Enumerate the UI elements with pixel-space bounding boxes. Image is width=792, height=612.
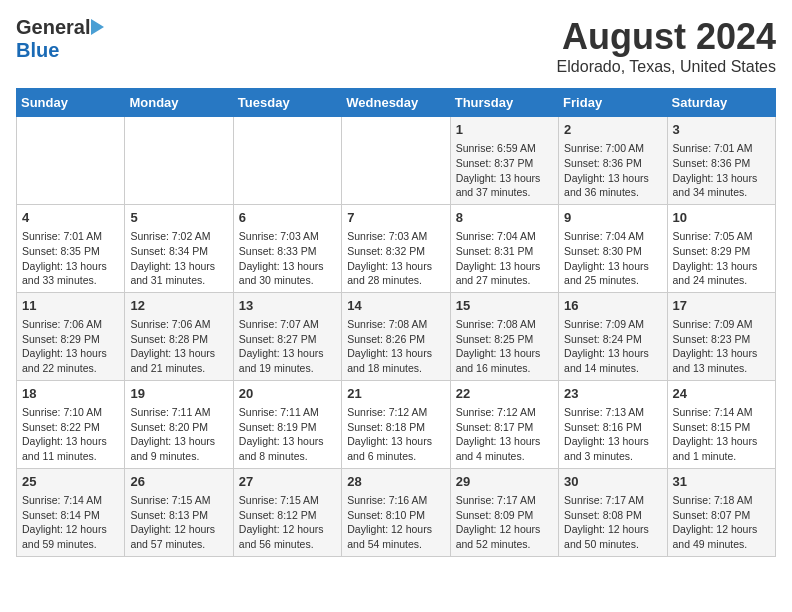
- cell-info: Sunrise: 7:04 AM Sunset: 8:30 PM Dayligh…: [564, 229, 661, 288]
- day-number: 1: [456, 121, 553, 139]
- calendar-table: SundayMondayTuesdayWednesdayThursdayFrid…: [16, 88, 776, 557]
- calendar-cell: 4Sunrise: 7:01 AM Sunset: 8:35 PM Daylig…: [17, 204, 125, 292]
- day-number: 27: [239, 473, 336, 491]
- day-number: 22: [456, 385, 553, 403]
- cell-info: Sunrise: 7:11 AM Sunset: 8:19 PM Dayligh…: [239, 405, 336, 464]
- cell-info: Sunrise: 7:17 AM Sunset: 8:08 PM Dayligh…: [564, 493, 661, 552]
- calendar-week-row: 25Sunrise: 7:14 AM Sunset: 8:14 PM Dayli…: [17, 468, 776, 556]
- cell-info: Sunrise: 7:11 AM Sunset: 8:20 PM Dayligh…: [130, 405, 227, 464]
- cell-info: Sunrise: 7:18 AM Sunset: 8:07 PM Dayligh…: [673, 493, 770, 552]
- day-number: 6: [239, 209, 336, 227]
- cell-info: Sunrise: 7:08 AM Sunset: 8:25 PM Dayligh…: [456, 317, 553, 376]
- calendar-cell: [125, 117, 233, 205]
- calendar-week-row: 1Sunrise: 6:59 AM Sunset: 8:37 PM Daylig…: [17, 117, 776, 205]
- calendar-cell: 19Sunrise: 7:11 AM Sunset: 8:20 PM Dayli…: [125, 380, 233, 468]
- cell-info: Sunrise: 6:59 AM Sunset: 8:37 PM Dayligh…: [456, 141, 553, 200]
- calendar-week-row: 4Sunrise: 7:01 AM Sunset: 8:35 PM Daylig…: [17, 204, 776, 292]
- page-header: General Blue August 2024 Eldorado, Texas…: [16, 16, 776, 76]
- cell-info: Sunrise: 7:04 AM Sunset: 8:31 PM Dayligh…: [456, 229, 553, 288]
- calendar-cell: 20Sunrise: 7:11 AM Sunset: 8:19 PM Dayli…: [233, 380, 341, 468]
- cell-info: Sunrise: 7:15 AM Sunset: 8:13 PM Dayligh…: [130, 493, 227, 552]
- title-area: August 2024 Eldorado, Texas, United Stat…: [557, 16, 776, 76]
- calendar-cell: 2Sunrise: 7:00 AM Sunset: 8:36 PM Daylig…: [559, 117, 667, 205]
- cell-info: Sunrise: 7:08 AM Sunset: 8:26 PM Dayligh…: [347, 317, 444, 376]
- calendar-cell: 31Sunrise: 7:18 AM Sunset: 8:07 PM Dayli…: [667, 468, 775, 556]
- cell-info: Sunrise: 7:00 AM Sunset: 8:36 PM Dayligh…: [564, 141, 661, 200]
- day-number: 28: [347, 473, 444, 491]
- day-number: 7: [347, 209, 444, 227]
- cell-info: Sunrise: 7:07 AM Sunset: 8:27 PM Dayligh…: [239, 317, 336, 376]
- day-of-week-header: Wednesday: [342, 89, 450, 117]
- calendar-cell: [17, 117, 125, 205]
- calendar-week-row: 18Sunrise: 7:10 AM Sunset: 8:22 PM Dayli…: [17, 380, 776, 468]
- calendar-cell: 7Sunrise: 7:03 AM Sunset: 8:32 PM Daylig…: [342, 204, 450, 292]
- calendar-cell: 5Sunrise: 7:02 AM Sunset: 8:34 PM Daylig…: [125, 204, 233, 292]
- calendar-cell: 13Sunrise: 7:07 AM Sunset: 8:27 PM Dayli…: [233, 292, 341, 380]
- day-of-week-header: Friday: [559, 89, 667, 117]
- cell-info: Sunrise: 7:03 AM Sunset: 8:32 PM Dayligh…: [347, 229, 444, 288]
- day-number: 18: [22, 385, 119, 403]
- logo-general-text: General: [16, 16, 90, 39]
- day-number: 24: [673, 385, 770, 403]
- day-number: 29: [456, 473, 553, 491]
- page-subtitle: Eldorado, Texas, United States: [557, 58, 776, 76]
- day-number: 26: [130, 473, 227, 491]
- day-number: 13: [239, 297, 336, 315]
- cell-info: Sunrise: 7:05 AM Sunset: 8:29 PM Dayligh…: [673, 229, 770, 288]
- day-of-week-header: Monday: [125, 89, 233, 117]
- calendar-cell: 26Sunrise: 7:15 AM Sunset: 8:13 PM Dayli…: [125, 468, 233, 556]
- cell-info: Sunrise: 7:13 AM Sunset: 8:16 PM Dayligh…: [564, 405, 661, 464]
- calendar-cell: 1Sunrise: 6:59 AM Sunset: 8:37 PM Daylig…: [450, 117, 558, 205]
- cell-info: Sunrise: 7:09 AM Sunset: 8:23 PM Dayligh…: [673, 317, 770, 376]
- day-number: 16: [564, 297, 661, 315]
- logo-blue-text: Blue: [16, 39, 59, 61]
- day-number: 19: [130, 385, 227, 403]
- calendar-cell: 30Sunrise: 7:17 AM Sunset: 8:08 PM Dayli…: [559, 468, 667, 556]
- page-title: August 2024: [557, 16, 776, 58]
- calendar-cell: 17Sunrise: 7:09 AM Sunset: 8:23 PM Dayli…: [667, 292, 775, 380]
- calendar-cell: 25Sunrise: 7:14 AM Sunset: 8:14 PM Dayli…: [17, 468, 125, 556]
- calendar-cell: 6Sunrise: 7:03 AM Sunset: 8:33 PM Daylig…: [233, 204, 341, 292]
- cell-info: Sunrise: 7:01 AM Sunset: 8:36 PM Dayligh…: [673, 141, 770, 200]
- calendar-cell: 10Sunrise: 7:05 AM Sunset: 8:29 PM Dayli…: [667, 204, 775, 292]
- day-number: 5: [130, 209, 227, 227]
- day-number: 25: [22, 473, 119, 491]
- calendar-header-row: SundayMondayTuesdayWednesdayThursdayFrid…: [17, 89, 776, 117]
- day-number: 14: [347, 297, 444, 315]
- calendar-cell: 8Sunrise: 7:04 AM Sunset: 8:31 PM Daylig…: [450, 204, 558, 292]
- day-number: 8: [456, 209, 553, 227]
- day-number: 3: [673, 121, 770, 139]
- cell-info: Sunrise: 7:14 AM Sunset: 8:14 PM Dayligh…: [22, 493, 119, 552]
- calendar-cell: 23Sunrise: 7:13 AM Sunset: 8:16 PM Dayli…: [559, 380, 667, 468]
- calendar-week-row: 11Sunrise: 7:06 AM Sunset: 8:29 PM Dayli…: [17, 292, 776, 380]
- cell-info: Sunrise: 7:16 AM Sunset: 8:10 PM Dayligh…: [347, 493, 444, 552]
- day-number: 2: [564, 121, 661, 139]
- day-number: 9: [564, 209, 661, 227]
- calendar-cell: 18Sunrise: 7:10 AM Sunset: 8:22 PM Dayli…: [17, 380, 125, 468]
- calendar-cell: 28Sunrise: 7:16 AM Sunset: 8:10 PM Dayli…: [342, 468, 450, 556]
- day-number: 20: [239, 385, 336, 403]
- day-number: 31: [673, 473, 770, 491]
- logo: General Blue: [16, 16, 104, 62]
- calendar-cell: 12Sunrise: 7:06 AM Sunset: 8:28 PM Dayli…: [125, 292, 233, 380]
- day-number: 23: [564, 385, 661, 403]
- day-number: 11: [22, 297, 119, 315]
- day-number: 10: [673, 209, 770, 227]
- calendar-cell: 24Sunrise: 7:14 AM Sunset: 8:15 PM Dayli…: [667, 380, 775, 468]
- logo-arrow-icon: [91, 19, 104, 35]
- cell-info: Sunrise: 7:17 AM Sunset: 8:09 PM Dayligh…: [456, 493, 553, 552]
- calendar-cell: 9Sunrise: 7:04 AM Sunset: 8:30 PM Daylig…: [559, 204, 667, 292]
- calendar-cell: 29Sunrise: 7:17 AM Sunset: 8:09 PM Dayli…: [450, 468, 558, 556]
- calendar-cell: 22Sunrise: 7:12 AM Sunset: 8:17 PM Dayli…: [450, 380, 558, 468]
- calendar-cell: 16Sunrise: 7:09 AM Sunset: 8:24 PM Dayli…: [559, 292, 667, 380]
- cell-info: Sunrise: 7:10 AM Sunset: 8:22 PM Dayligh…: [22, 405, 119, 464]
- cell-info: Sunrise: 7:15 AM Sunset: 8:12 PM Dayligh…: [239, 493, 336, 552]
- day-of-week-header: Thursday: [450, 89, 558, 117]
- calendar-cell: 21Sunrise: 7:12 AM Sunset: 8:18 PM Dayli…: [342, 380, 450, 468]
- calendar-cell: 3Sunrise: 7:01 AM Sunset: 8:36 PM Daylig…: [667, 117, 775, 205]
- day-number: 4: [22, 209, 119, 227]
- calendar-cell: 15Sunrise: 7:08 AM Sunset: 8:25 PM Dayli…: [450, 292, 558, 380]
- day-number: 21: [347, 385, 444, 403]
- cell-info: Sunrise: 7:02 AM Sunset: 8:34 PM Dayligh…: [130, 229, 227, 288]
- day-number: 30: [564, 473, 661, 491]
